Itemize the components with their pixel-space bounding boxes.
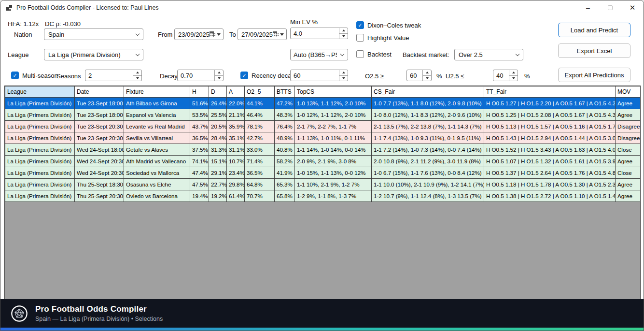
cell-fixture[interactable]: Osasuna vs Elche: [124, 179, 190, 190]
to-date-picker[interactable]: 27/09/2025: [238, 29, 287, 40]
cell-league[interactable]: La Liga (Primera División): [5, 190, 75, 202]
cell-o25[interactable]: 46.4%: [245, 109, 275, 121]
cell-btts[interactable]: 65.3%: [275, 179, 295, 190]
cell-o25[interactable]: 71.4%: [245, 156, 275, 167]
load-and-predict-button[interactable]: Load and Predict: [558, 23, 630, 37]
cell-cs-fair[interactable]: 1-0 6.7 (15%), 1-1 7.6 (13%), 0-0 8.4 (1…: [372, 167, 484, 179]
cell-fixture[interactable]: Sevilla vs Villarreal: [124, 132, 190, 144]
cell-topcs[interactable]: 1-0 13%, 1-1 12%, 2-0 10%: [295, 98, 372, 109]
cell-mov[interactable]: Agree: [616, 156, 641, 167]
cell-mov[interactable]: Agree: [616, 190, 641, 202]
cell-date[interactable]: Wed 24-Sept 20:30: [75, 156, 124, 167]
cell-date[interactable]: Thu 25-Sept 20:30: [75, 190, 124, 202]
cell-a[interactable]: 31.1%: [227, 144, 245, 156]
cell-date[interactable]: Tue 23-Sept 18:00: [75, 109, 124, 121]
cell-cs-fair[interactable]: 1-1 7.2 (14%), 1-0 7.3 (14%), 0-0 7.4 (1…: [372, 144, 484, 156]
cell-mov[interactable]: Agree: [616, 98, 641, 109]
o25-spinner[interactable]: 60: [406, 70, 432, 81]
column-header-d[interactable]: D: [209, 86, 227, 98]
min-ev-spinner[interactable]: 4.0: [290, 28, 348, 39]
cell-league[interactable]: La Liga (Primera División): [5, 156, 75, 167]
spin-up-icon[interactable]: [133, 70, 141, 76]
cell-a[interactable]: 22.0%: [227, 98, 245, 109]
cell-tt-fair[interactable]: H O0.5 1.37 | H O1.5 2.64 | A O0.5 1.76 …: [484, 167, 616, 179]
cell-o25[interactable]: 36.5%: [245, 167, 275, 179]
cell-tt-fair[interactable]: H O0.5 1.43 | H O1.5 2.94 | A O0.5 1.44 …: [484, 132, 616, 144]
odds-source-select[interactable]: Auto (B365→PS): [290, 49, 348, 60]
cell-date[interactable]: Tue 23-Sept 20:30: [75, 121, 124, 132]
cell-mov[interactable]: Disagree: [616, 132, 641, 144]
multi-season-checkbox[interactable]: ✓ Multi-season: [11, 72, 58, 79]
cell-btts[interactable]: 48.3%: [275, 109, 295, 121]
cell-btts[interactable]: 76.4%: [275, 121, 295, 132]
cell-tt-fair[interactable]: H O0.5 1.25 | H O1.5 2.08 | A O0.5 1.67 …: [484, 109, 616, 121]
cell-mov[interactable]: Agree: [616, 179, 641, 190]
cell-a[interactable]: 10.7%: [227, 156, 245, 167]
cell-d[interactable]: 19.2%: [209, 190, 227, 202]
cell-o25[interactable]: 33.0%: [245, 144, 275, 156]
cell-topcs[interactable]: 1-1 14%, 1-0 14%, 0-0 14%: [295, 144, 372, 156]
cell-league[interactable]: La Liga (Primera División): [5, 167, 75, 179]
spin-up-icon[interactable]: [509, 70, 518, 76]
table-row[interactable]: La Liga (Primera División)Thu 25-Sept 18…: [5, 179, 641, 190]
cell-fixture[interactable]: Ath Madrid vs Vallecano: [124, 156, 190, 167]
cell-d[interactable]: 31.3%: [209, 144, 227, 156]
cell-cs-fair[interactable]: 1-0 8.0 (12%), 1-1 8.3 (12%), 2-0 9.6 (1…: [372, 109, 484, 121]
table-row[interactable]: La Liga (Primera División)Thu 25-Sept 20…: [5, 190, 641, 202]
spin-up-icon[interactable]: [215, 70, 223, 76]
cell-date[interactable]: Tue 23-Sept 20:30: [75, 132, 124, 144]
cell-tt-fair[interactable]: H O0.5 1.27 | H O1.5 2.20 | A O0.5 1.67 …: [484, 98, 616, 109]
cell-btts[interactable]: 40.8%: [275, 144, 295, 156]
spin-down-icon[interactable]: [133, 76, 141, 81]
spin-up-icon[interactable]: [423, 70, 431, 76]
seasons-spinner[interactable]: 2: [85, 70, 142, 81]
cell-fixture[interactable]: Getafe vs Alaves: [124, 144, 190, 156]
cell-h[interactable]: 47.4%: [190, 167, 209, 179]
cell-o25[interactable]: 44.1%: [245, 98, 275, 109]
cell-a[interactable]: 35.9%: [227, 121, 245, 132]
spin-down-icon[interactable]: [215, 76, 223, 81]
highlight-value-checkbox[interactable]: Highlight Value: [356, 34, 409, 42]
column-header-date[interactable]: Date: [75, 86, 124, 98]
cell-topcs[interactable]: 2-1 7%, 2-2 7%, 1-1 7%: [295, 121, 372, 132]
cell-date[interactable]: Wed 24-Sept 18:00: [75, 144, 124, 156]
cell-topcs[interactable]: 2-0 9%, 2-1 9%, 3-0 8%: [295, 156, 372, 167]
cell-tt-fair[interactable]: H O0.5 1.07 | H O1.5 1.32 | A O0.5 1.61 …: [484, 156, 616, 167]
u25-spinner[interactable]: 40: [493, 70, 518, 81]
minimize-icon[interactable]: –: [577, 0, 599, 15]
cell-tt-fair[interactable]: H O0.5 1.18 | H O1.5 1.78 | A O0.5 1.30 …: [484, 179, 616, 190]
close-icon[interactable]: ✕: [621, 0, 644, 15]
cell-topcs[interactable]: 1-1 13%, 1-0 11%, 0-1 11%: [295, 132, 372, 144]
cell-a[interactable]: 23.4%: [227, 167, 245, 179]
cell-cs-fair[interactable]: 1-1 10.0 (10%), 2-1 10.9 (9%), 1-2 14.1 …: [372, 179, 484, 190]
cell-d[interactable]: 15.1%: [209, 156, 227, 167]
cell-h[interactable]: 37.5%: [190, 144, 209, 156]
cell-d[interactable]: 28.4%: [209, 132, 227, 144]
export-excel-button[interactable]: Export Excel: [558, 43, 630, 58]
table-row[interactable]: La Liga (Primera División)Tue 23-Sept 18…: [5, 98, 641, 109]
backtest-checkbox[interactable]: Backtest: [356, 50, 392, 58]
cell-cs-fair[interactable]: 2-0 10.8 (9%), 2-1 11.2 (9%), 3-0 11.9 (…: [372, 156, 484, 167]
column-header-o25[interactable]: O2_5: [245, 86, 275, 98]
cell-fixture[interactable]: Levante vs Real Madrid: [124, 121, 190, 132]
cell-d[interactable]: 26.4%: [209, 98, 227, 109]
cell-h[interactable]: 74.1%: [190, 156, 209, 167]
cell-btts[interactable]: 48.9%: [275, 132, 295, 144]
cell-a[interactable]: 29.8%: [227, 179, 245, 190]
cell-d[interactable]: 29.1%: [209, 167, 227, 179]
cell-league[interactable]: La Liga (Primera División): [5, 144, 75, 156]
table-row[interactable]: La Liga (Primera División)Wed 24-Sept 20…: [5, 156, 641, 167]
column-header-mov[interactable]: MOV: [616, 86, 641, 98]
cell-cs-fair[interactable]: 2-1 13.5 (7%), 2-2 13.8 (7%), 1-1 14.3 (…: [372, 121, 484, 132]
cell-o25[interactable]: 64.8%: [245, 179, 275, 190]
spin-up-icon[interactable]: [339, 28, 348, 34]
export-all-predictions-button[interactable]: Export All Predictions: [558, 68, 630, 82]
recency-spinner[interactable]: 60: [290, 70, 348, 81]
cell-date[interactable]: Tue 23-Sept 18:00: [75, 98, 124, 109]
league-select[interactable]: La Liga (Primera División): [44, 49, 143, 60]
cell-h[interactable]: 53.5%: [190, 109, 209, 121]
cell-league[interactable]: La Liga (Primera División): [5, 109, 75, 121]
cell-d[interactable]: 22.7%: [209, 179, 227, 190]
table-row[interactable]: La Liga (Primera División)Wed 24-Sept 18…: [5, 144, 641, 156]
cell-h[interactable]: 43.7%: [190, 121, 209, 132]
